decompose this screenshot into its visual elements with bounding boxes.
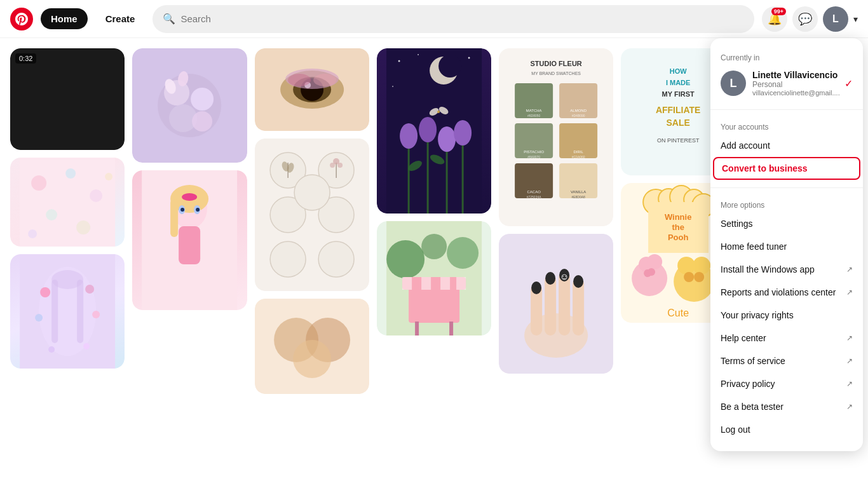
svg-rect-31	[179, 226, 200, 264]
svg-text:MY FIRST: MY FIRST	[662, 90, 695, 98]
svg-point-77	[438, 126, 456, 152]
more-options-label: More options	[710, 196, 863, 212]
svg-point-83	[437, 111, 440, 113]
account-menu-chevron[interactable]: ▾	[853, 14, 858, 24]
account-dropdown-menu: Currently in L Linette Villavicencio Per…	[710, 38, 863, 451]
svg-point-66	[438, 55, 461, 78]
video-badge: 0:32	[15, 53, 36, 64]
beta-tester-button[interactable]: Be a beta tester ↗	[710, 395, 863, 418]
svg-rect-92	[440, 277, 450, 290]
account-info: Linette Villavicencio Personal villavice…	[752, 70, 841, 97]
pin-image: STUDIO FLEUR MY BRAND SWATCHES MATCHA #6…	[499, 48, 613, 226]
svg-rect-93	[456, 277, 466, 290]
divider	[710, 109, 863, 110]
notifications-button[interactable]: 🔔 99+	[762, 6, 787, 32]
svg-point-78	[454, 120, 471, 146]
svg-point-85	[386, 240, 424, 278]
pin-item[interactable]	[377, 221, 491, 336]
pin-item[interactable]	[10, 254, 125, 369]
pinterest-logo[interactable]	[10, 8, 33, 30]
reports-button[interactable]: Reports and violations center ↗	[710, 281, 863, 304]
svg-point-70	[392, 86, 393, 87]
svg-point-14	[85, 285, 94, 294]
pin-image	[499, 234, 613, 374]
external-link-icon: ↗	[846, 379, 853, 388]
svg-point-52	[318, 241, 354, 277]
settings-button[interactable]: Settings	[710, 212, 863, 235]
svg-point-124	[545, 272, 555, 285]
pin-item[interactable]	[255, 139, 369, 291]
pin-item[interactable]	[10, 158, 125, 247]
install-windows-label: Install the Windows app	[721, 264, 815, 274]
svg-point-36	[196, 208, 200, 212]
svg-point-68	[417, 54, 419, 55]
svg-point-155	[684, 272, 695, 282]
pin-item[interactable]	[255, 48, 369, 131]
your-accounts-section: Your accounts Add account Convert to bus…	[710, 112, 863, 185]
svg-point-7	[105, 173, 112, 180]
pin-item[interactable]	[377, 48, 491, 214]
svg-text:MY BRAND SWATCHES: MY BRAND SWATCHES	[531, 71, 581, 76]
svg-text:AFFILIATE: AFFILIATE	[656, 105, 701, 115]
install-windows-button[interactable]: Install the Windows app ↗	[710, 258, 863, 281]
user-avatar-button[interactable]: L	[823, 6, 848, 32]
pin-image	[255, 139, 369, 291]
pin-image	[10, 48, 125, 150]
external-link-icon: ↗	[846, 265, 853, 274]
pin-item[interactable]	[499, 234, 613, 374]
pin-item[interactable]: 0:32	[10, 48, 125, 150]
messages-button[interactable]: 💬	[792, 6, 818, 32]
svg-point-51	[270, 241, 306, 277]
notification-badge: 99+	[771, 8, 786, 15]
account-type: Personal	[752, 80, 841, 89]
svg-point-1	[31, 175, 46, 191]
svg-point-63	[293, 340, 331, 378]
help-center-button[interactable]: Help center ↗	[710, 327, 863, 349]
svg-text:#725034A: #725034A	[527, 195, 541, 199]
svg-point-32	[182, 193, 197, 201]
svg-text:Pooh: Pooh	[668, 233, 689, 242]
svg-text:#8A9070: #8A9070	[527, 155, 540, 159]
reports-label: Reports and violations center	[721, 287, 836, 297]
svg-text:#6D8050: #6D8050	[527, 114, 541, 118]
convert-to-business-button[interactable]: Convert to business	[713, 157, 860, 180]
svg-point-67	[398, 60, 400, 62]
svg-text:the: the	[672, 222, 685, 232]
log-out-button[interactable]: Log out	[710, 418, 863, 441]
svg-text:ALMOND: ALMOND	[570, 109, 587, 112]
home-nav-button[interactable]: Home	[41, 8, 88, 29]
svg-text:Winnie: Winnie	[665, 212, 692, 222]
privacy-policy-button[interactable]: Privacy policy ↗	[710, 372, 863, 395]
external-link-icon: ↗	[846, 402, 853, 411]
svg-point-87	[421, 234, 447, 259]
svg-point-153	[678, 257, 696, 274]
privacy-rights-button[interactable]: Your privacy rights	[710, 304, 863, 327]
pin-item[interactable]	[132, 170, 247, 310]
pin-item[interactable]	[132, 48, 247, 163]
svg-point-2	[65, 168, 76, 179]
svg-point-126	[573, 275, 583, 288]
svg-rect-88	[409, 285, 459, 323]
svg-point-50	[294, 175, 330, 210]
svg-point-156	[695, 272, 705, 282]
svg-point-18	[83, 343, 90, 349]
current-account-item[interactable]: L Linette Villavicencio Personal villavi…	[713, 65, 860, 102]
currently-in-label: Currently in	[710, 48, 863, 65]
svg-point-5	[76, 220, 90, 234]
home-feed-tuner-button[interactable]: Home feed tuner	[710, 235, 863, 258]
pin-item[interactable]: STUDIO FLEUR MY BRAND SWATCHES MATCHA #6…	[499, 48, 613, 226]
divider	[710, 187, 863, 188]
terms-of-service-button[interactable]: Terms of service ↗	[710, 349, 863, 372]
pin-item[interactable]	[255, 299, 369, 394]
svg-rect-30	[170, 199, 178, 237]
add-account-button[interactable]: Add account	[710, 134, 863, 157]
svg-point-22	[191, 88, 214, 111]
create-nav-button[interactable]: Create	[95, 8, 146, 29]
svg-point-16	[92, 311, 100, 318]
svg-text:Cute: Cute	[668, 308, 689, 318]
account-name: Linette Villavicencio	[752, 70, 841, 80]
pin-image	[377, 221, 491, 336]
your-accounts-label: Your accounts	[710, 118, 863, 134]
search-input[interactable]	[180, 13, 744, 24]
svg-point-12	[51, 270, 83, 289]
